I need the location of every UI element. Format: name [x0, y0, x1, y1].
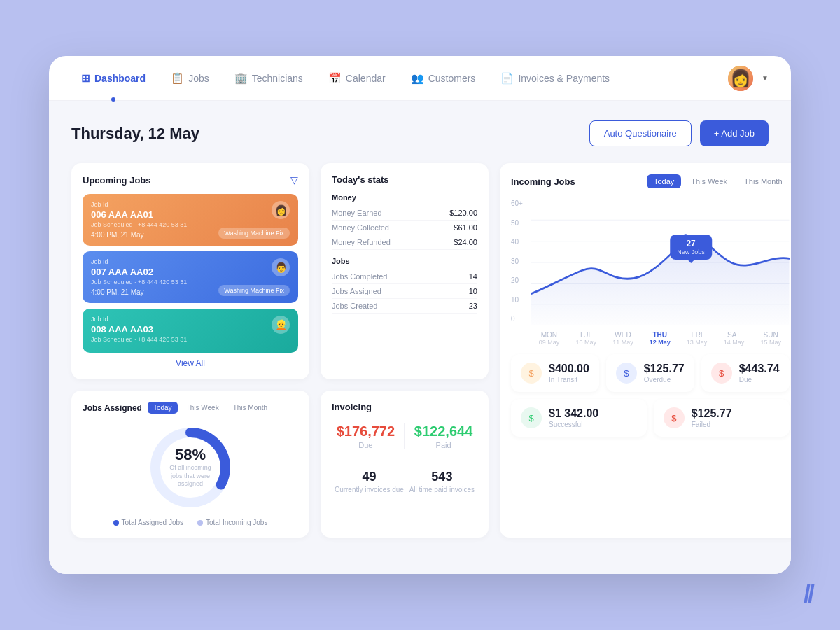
user-avatar[interactable]	[728, 66, 753, 91]
job-id-1: Job Id	[91, 201, 290, 208]
filter-icon[interactable]: ▽	[290, 174, 298, 186]
payment-info-transit: $400.00 In Transit	[549, 363, 589, 384]
jobs-icon: 📋	[171, 72, 184, 85]
invoice-due-amount: $176,772	[337, 424, 395, 440]
job-card-2[interactable]: Job Id 007 AAA AA02 Job Scheduled · +8 4…	[83, 251, 298, 303]
current-date: Thursday, 12 May	[71, 125, 200, 143]
job-id-3: Job Id	[91, 316, 290, 323]
nav-calendar[interactable]: 📅 Calendar	[318, 66, 396, 90]
header-actions: Auto Questionaire + Add Job	[589, 120, 769, 146]
technicians-icon: 🏢	[234, 72, 248, 85]
donut-chart: 58% Of all incoming jobs that were assig…	[145, 422, 236, 513]
legend-label-incoming: Total Incoming Jobs	[206, 519, 267, 526]
chart-tab-month[interactable]: This Month	[737, 174, 789, 188]
invoice-current-label: Currently invoices due	[335, 486, 404, 493]
collected-label: Money Collected	[332, 223, 389, 232]
collected-value: $61.00	[454, 223, 477, 232]
legend-assigned: Total Assigned Jobs	[113, 519, 183, 526]
nav-invoices-label: Invoices & Payments	[518, 73, 610, 84]
payment-icon-overdue: $	[616, 363, 637, 384]
nav-technicians-label: Technicians	[252, 73, 303, 84]
payment-info-successful: $1 342.00 Successful	[549, 407, 598, 428]
stats-row-completed: Jobs Completed 14	[332, 270, 477, 284]
nav-dashboard[interactable]: ⊞ Dashboard	[71, 66, 155, 90]
job-badge-1: Washing Machine Fix	[218, 227, 290, 239]
jobs-assigned-header: Jobs Assigned Today This Week This Month	[83, 402, 298, 414]
nav-jobs[interactable]: 📋 Jobs	[161, 66, 219, 90]
nav-technicians[interactable]: 🏢 Technicians	[225, 66, 313, 90]
legend-dot-assigned	[113, 520, 119, 526]
job-avatar-2: 👨	[272, 258, 290, 276]
payment-icon-failed: $	[664, 407, 685, 428]
job-avatar-1: 👩	[272, 201, 290, 219]
earned-value: $120.00	[449, 209, 477, 217]
donut-sub: Of all incoming jobs that were assigned	[168, 464, 214, 489]
job-id-2: Job Id	[91, 258, 290, 265]
job-sub-3: Job Scheduled · +8 444 420 53 31	[91, 336, 290, 343]
completed-label: Jobs Completed	[332, 272, 388, 281]
invoice-paid-block: $122,644 Paid	[414, 424, 472, 449]
upcoming-jobs-title: Upcoming Jobs	[83, 175, 151, 186]
nav-customers[interactable]: 👥 Customers	[401, 66, 486, 90]
auto-questionnaire-button[interactable]: Auto Questionaire	[589, 120, 692, 146]
donut-center: 58% Of all incoming jobs that were assig…	[168, 446, 214, 489]
payment-label-successful: Successful	[549, 421, 598, 428]
dashboard-grid: Upcoming Jobs ▽ Job Id 006 AAA AA01 Job …	[71, 163, 769, 538]
x-label-mon: MON09 May	[531, 331, 568, 346]
earned-label: Money Earned	[332, 209, 382, 217]
legend-label-assigned: Total Assigned Jobs	[122, 519, 183, 526]
payment-info-overdue: $125.77 Overdue	[644, 363, 685, 384]
nav-customers-label: Customers	[428, 73, 476, 84]
nav-invoices[interactable]: 📄 Invoices & Payments	[491, 66, 620, 90]
chart-y-labels: 60+50403020100	[511, 200, 523, 326]
jobs-tab-month[interactable]: This Month	[227, 402, 273, 414]
payment-info-due: $443.74 Due	[739, 363, 780, 384]
payment-label-due: Due	[739, 376, 780, 384]
add-job-button[interactable]: + Add Job	[700, 120, 769, 146]
nav-dashboard-label: Dashboard	[94, 73, 146, 84]
job-number-3: 008 AAA AA03	[91, 324, 290, 335]
donut-legend: Total Assigned Jobs Total Incoming Jobs	[83, 519, 298, 526]
x-label-sat: SAT14 May	[715, 331, 752, 346]
chart-svg: 27 New Jobs	[531, 200, 790, 326]
upcoming-jobs-header: Upcoming Jobs ▽	[83, 174, 298, 186]
chart-header: Incoming Jobs Today This Week This Month	[511, 174, 790, 188]
payment-card-overdue: $ $125.77 Overdue	[606, 354, 694, 392]
invoice-due-label: Due	[337, 441, 395, 449]
job-card-3[interactable]: Job Id 008 AAA AA03 Job Scheduled · +8 4…	[83, 309, 298, 353]
stats-row-refunded: Money Refunded $24.00	[332, 235, 477, 250]
invoicing-header: Invoicing	[332, 402, 477, 412]
x-label-fri: FRI13 May	[678, 331, 715, 346]
payment-amount-overdue: $125.77	[644, 363, 685, 375]
chart-area: 60+50403020100	[511, 200, 790, 326]
payment-amount-failed: $125.77	[692, 407, 732, 420]
invoices-icon: 📄	[500, 72, 514, 85]
avatar-dropdown[interactable]: ▼	[762, 74, 769, 82]
stats-row-collected: Money Collected $61.00	[332, 220, 477, 235]
created-value: 23	[469, 302, 477, 310]
payment-card-failed: $ $125.77 Failed	[654, 399, 790, 437]
x-label-sun: SUN15 May	[752, 331, 790, 346]
invoice-amounts: $176,772 Due $122,644 Paid	[332, 424, 477, 449]
view-all-link[interactable]: View All	[83, 358, 298, 368]
payment-card-transit: $ $400.00 In Transit	[511, 354, 599, 392]
payment-label-failed: Failed	[692, 421, 732, 428]
invoice-alltime-num: 543	[410, 470, 475, 484]
incoming-jobs-card: Incoming Jobs Today This Week This Month…	[500, 163, 791, 538]
assigned-value: 10	[469, 287, 477, 295]
jobs-tab-week[interactable]: This Week	[181, 402, 225, 414]
jobs-tabs: Today This Week This Month	[148, 402, 273, 414]
stats-header: Today's stats	[332, 174, 477, 185]
legend-dot-incoming	[197, 520, 203, 526]
donut-percentage: 58%	[168, 446, 214, 464]
page-header: Thursday, 12 May Auto Questionaire + Add…	[71, 120, 769, 146]
chart-tab-today[interactable]: Today	[647, 174, 681, 188]
chart-tabs: Today This Week This Month	[647, 174, 790, 188]
invoice-due-block: $176,772 Due	[337, 424, 395, 449]
assigned-label: Jobs Assigned	[332, 287, 382, 295]
chart-tab-week[interactable]: This Week	[684, 174, 734, 188]
jobs-tab-today[interactable]: Today	[148, 402, 178, 414]
nav-jobs-label: Jobs	[188, 73, 209, 84]
job-card-1[interactable]: Job Id 006 AAA AA01 Job Scheduled · +8 4…	[83, 194, 298, 246]
invoice-stat-alltime: 543 All time paid invoices	[410, 470, 475, 493]
